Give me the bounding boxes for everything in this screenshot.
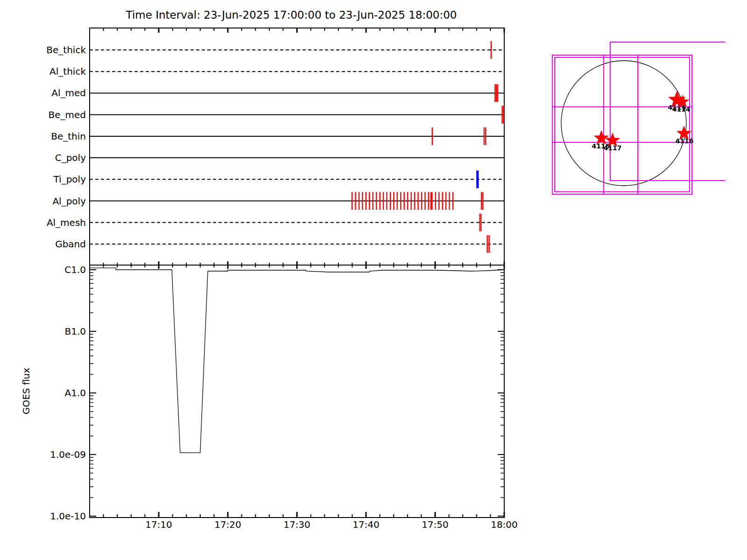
filter-row-label-Al_mesh: Al_mesh: [47, 217, 86, 228]
goes-flux-axis-label: GOES flux: [21, 368, 32, 414]
screenshot-root: Time Interval: 23-Jun-2025 17:00:00 to 2…: [0, 0, 747, 560]
goes-plot-frame: [90, 265, 504, 518]
filter-row-label-Al_thick: Al_thick: [49, 66, 86, 77]
fov-box-outer: [552, 55, 692, 194]
filter-row-label-Be_med: Be_med: [48, 109, 86, 120]
filter-row-label-Al_poly: Al_poly: [52, 196, 86, 207]
filter-row-label-Ti_poly: Ti_poly: [53, 174, 86, 185]
goes-y-tick-label: 1.0e-09: [50, 449, 86, 460]
goes-y-tick-label: B1.0: [64, 326, 86, 337]
active-region-label-4114: 4114: [672, 105, 691, 113]
goes-y-tick-label: 1.0e-10: [50, 511, 86, 522]
active-region-label-4116: 4116: [676, 137, 694, 145]
goes-y-tick-label: C1.0: [64, 264, 86, 275]
x-axis-tick-label: 17:10: [145, 519, 172, 530]
offset-fov-box: [610, 42, 725, 181]
filter-row-label-Be_thick: Be_thick: [46, 44, 86, 56]
x-axis-tick-label: 17:50: [422, 519, 449, 530]
active-region-label-4117: 4117: [604, 144, 622, 152]
plot-canvas: Time Interval: 23-Jun-2025 17:00:00 to 2…: [0, 0, 747, 560]
filter-row-label-Be_thin: Be_thin: [51, 131, 86, 142]
fov-box-inner: [555, 57, 690, 192]
filter-row-label-Al_med: Al_med: [51, 87, 86, 98]
page-title: Time Interval: 23-Jun-2025 17:00:00 to 2…: [126, 9, 457, 21]
goes-y-tick-label: A1.0: [65, 387, 86, 399]
goes-flux-curve: [90, 268, 504, 453]
solar-disk-limb: [561, 61, 686, 186]
generated-plot-elements: 17:1017:2017:3017:4017:5018:00Be_thickAl…: [46, 28, 725, 530]
timeline-plot-frame: [90, 28, 504, 265]
x-axis-tick-label: 17:20: [214, 519, 241, 530]
x-axis-tick-label: 17:30: [283, 519, 310, 530]
filter-row-label-C_poly: C_poly: [55, 152, 86, 163]
x-axis-tick-label: 17:40: [352, 519, 380, 530]
x-axis-tick-label: 18:00: [491, 519, 518, 530]
filter-row-label-Gband: Gband: [55, 238, 86, 250]
